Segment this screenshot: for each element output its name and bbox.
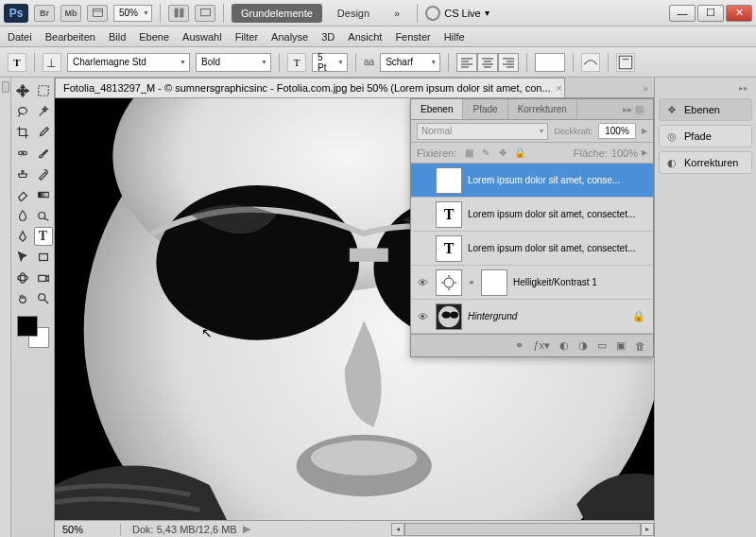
pen-tool-icon[interactable] [13,227,32,246]
move-tool-icon[interactable] [13,81,32,100]
layer-row[interactable]: 👁Hintergrund🔒 [411,300,653,334]
history-brush-tool-icon[interactable] [34,165,53,183]
gradient-tool-icon[interactable] [34,185,53,204]
zoom-dropdown[interactable]: 50% [113,5,152,22]
3d-rotate-tool-icon[interactable] [13,268,32,287]
text-orientation-icon[interactable]: ⊥ [43,53,61,72]
visibility-toggle-icon[interactable] [415,207,430,222]
fill-field[interactable]: 100% [611,147,638,159]
close-button[interactable]: ✕ [726,5,752,22]
layer-thumbnail[interactable] [436,269,462,296]
layers-tab-ebenen[interactable]: Ebenen [411,99,463,119]
menu-bearbeiten[interactable]: Bearbeiten [45,31,95,43]
dock-item-ebenen[interactable]: ❖Ebenen [659,98,752,121]
magic-wand-tool-icon[interactable] [34,102,53,121]
layers-tab-korrekturen[interactable]: Korrekturen [508,99,577,119]
blur-tool-icon[interactable] [13,206,32,225]
hscroll-right-icon[interactable]: ▸ [641,523,654,536]
lock-all-icon[interactable]: 🔒 [513,147,526,160]
font-style-dropdown[interactable]: Bold [196,53,271,72]
hscroll-left-icon[interactable]: ◂ [391,523,404,536]
layers-tab-pfade[interactable]: Pfade [463,99,507,119]
dock-collapse-icon[interactable]: ▸▸ [659,83,752,95]
arrange-icon[interactable] [168,5,189,22]
visibility-toggle-icon[interactable]: 👁 [415,309,430,324]
workspace-design[interactable]: Design [328,4,379,23]
type-tool-icon[interactable]: T [34,227,53,246]
clone-stamp-tool-icon[interactable] [13,165,32,183]
menu-fenster[interactable]: Fenster [395,31,430,43]
align-right-icon[interactable] [498,53,519,72]
menu-bild[interactable]: Bild [109,31,126,43]
layer-mask-icon[interactable]: ◐ [559,339,569,352]
marquee-tool-icon[interactable] [34,81,53,100]
menu-analyse[interactable]: Analyse [271,31,308,43]
color-swatches[interactable] [17,316,49,348]
minibridge-icon[interactable]: Mb [60,5,81,22]
align-center-icon[interactable] [477,53,498,72]
layer-thumbnail[interactable]: T [436,235,462,262]
dock-item-pfade[interactable]: ◎Pfade [659,125,752,147]
layer-row[interactable]: TLorem ipsum dolor sit amet, consectet..… [411,198,653,232]
layer-row[interactable]: 👁⚭Helligkeit/Kontrast 1 [411,266,653,300]
menu-auswahl[interactable]: Auswahl [182,31,222,43]
menu-hilfe[interactable]: Hilfe [444,31,465,43]
hscrollbar[interactable] [404,523,641,536]
lock-position-icon[interactable]: ✥ [496,147,509,160]
bridge-icon[interactable]: Br [34,5,55,22]
path-selection-tool-icon[interactable] [13,248,32,267]
adjustment-layer-icon[interactable]: ◑ [578,339,588,352]
layer-name[interactable]: Lorem ipsum dolor sit amet, consectet... [468,243,649,253]
menu-filter[interactable]: Filter [235,31,258,43]
visibility-toggle-icon[interactable] [415,241,430,256]
opacity-field[interactable]: 100% [598,123,636,139]
layer-thumbnail[interactable]: T [436,201,462,228]
cslive-button[interactable]: CS Live ▾ [425,6,490,21]
dock-item-korrekturen[interactable]: ◐Korrekturen [659,151,752,174]
3d-camera-tool-icon[interactable] [34,268,53,287]
zoom-tool-icon[interactable] [34,289,53,308]
eraser-tool-icon[interactable] [13,185,32,204]
document-tab-close-icon[interactable]: × [557,82,562,94]
maximize-button[interactable]: ☐ [697,5,724,22]
font-size-field[interactable]: 5 Pt [312,53,348,72]
delete-layer-icon[interactable]: 🗑 [635,340,645,352]
tools-collapse-icon[interactable] [2,81,9,93]
blend-mode-dropdown[interactable]: Normal [417,123,548,140]
menu-ebene[interactable]: Ebene [139,31,169,43]
rectangle-tool-icon[interactable] [34,248,53,267]
new-layer-icon[interactable]: ▣ [616,339,626,352]
screen-mode-icon[interactable] [195,5,215,22]
layer-mask-thumbnail[interactable] [481,269,507,296]
minimize-button[interactable]: — [669,5,696,22]
align-left-icon[interactable] [456,53,477,72]
workspace-more-icon[interactable]: » [385,4,409,23]
layer-name[interactable]: Helligkeit/Kontrast 1 [513,277,649,287]
workspace-grundelemente[interactable]: Grundelemente [232,4,322,23]
canvas[interactable]: Ebenen Pfade Korrekturen ▸▸ ▤ Normal Dec… [55,98,654,520]
layer-row[interactable]: TLorem ipsum dolor sit amet, consectet..… [411,232,653,266]
layer-thumbnail[interactable]: T [436,167,462,194]
lasso-tool-icon[interactable] [13,102,32,121]
character-panel-icon[interactable] [616,53,635,72]
status-zoom[interactable]: 50% [55,524,121,535]
antialias-dropdown[interactable]: Scharf [380,53,440,72]
hand-tool-icon[interactable] [13,289,32,308]
status-info-menu-icon[interactable]: ▶ [243,523,250,535]
layer-group-icon[interactable]: ▭ [597,339,607,352]
view-extras-icon[interactable] [87,5,108,22]
layer-style-icon[interactable]: ƒx▾ [533,339,550,352]
layer-thumbnail[interactable] [436,303,462,330]
eyedropper-tool-icon[interactable] [34,123,53,142]
lock-transparency-icon[interactable]: ▦ [462,147,475,160]
layer-name[interactable]: Lorem ipsum dolor sit amet, consectet... [468,209,649,219]
crop-tool-icon[interactable] [13,123,32,142]
visibility-toggle-icon[interactable] [415,173,430,188]
layers-panel-menu-icon[interactable]: ▸▸ ▤ [613,99,653,119]
link-layers-icon[interactable]: ⚭ [515,339,524,352]
layer-link-icon[interactable]: ⚭ [468,278,475,287]
menu-3d[interactable]: 3D [321,31,335,43]
visibility-toggle-icon[interactable]: 👁 [415,275,430,290]
healing-brush-tool-icon[interactable] [13,144,32,163]
text-color-swatch[interactable] [535,53,565,72]
